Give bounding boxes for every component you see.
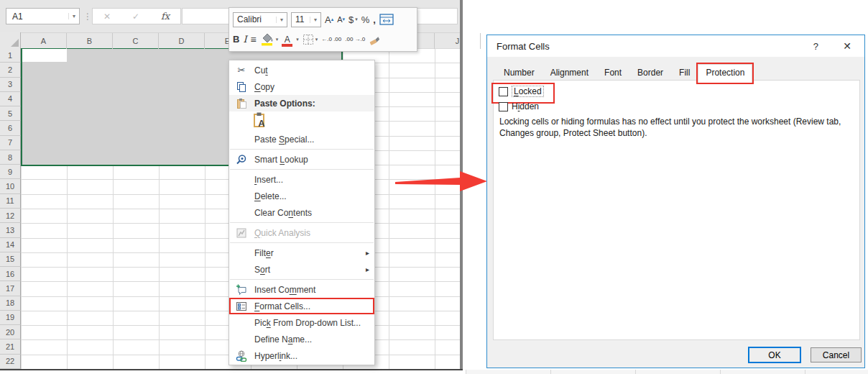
font-name-dropdown-icon[interactable]: ▾ [276,17,287,23]
menu-item-format-cells[interactable]: Format Cells... [229,298,374,314]
row-header-10[interactable]: 10 [0,179,21,193]
italic-button[interactable]: I [243,32,246,47]
name-box-value: A1 [12,12,23,22]
hidden-checkbox[interactable] [499,102,508,111]
menu-item-smart-lookup[interactable]: Smart Lookup [229,151,374,168]
currency-format-button[interactable]: $▾ [348,12,358,27]
tab-alignment[interactable]: Alignment [542,64,596,81]
menu-item-delete[interactable]: Delete... [229,188,374,204]
row-header-20[interactable]: 20 [0,325,21,339]
tab-fill[interactable]: Fill [671,64,698,81]
font-size-dropdown-icon[interactable]: ▾ [310,17,320,23]
help-button[interactable]: ? [813,41,818,52]
paste-options-icon [234,98,249,109]
row-header-22[interactable]: 22 [0,355,21,369]
row-header-18[interactable]: 18 [0,296,21,311]
locked-checkbox-row[interactable]: Locked [499,86,544,97]
row-header-5[interactable]: 5 [0,106,21,121]
column-header-D[interactable]: D [159,33,205,49]
background-sheet-strip [466,370,868,374]
select-all-corner[interactable] [0,32,21,48]
menu-item-sort[interactable]: Sort ▸ [229,261,374,278]
tab-border[interactable]: Border [629,64,671,81]
column-header-J[interactable]: J [435,33,481,49]
row-header-7[interactable]: 7 [0,136,21,150]
row-header-12[interactable]: 12 [0,209,21,223]
menu-item-pick-from-list[interactable]: Pick From Drop-down List... [229,314,374,331]
format-cells-icon [234,301,249,312]
decrease-decimal-icon[interactable]: .00 →.0 [345,32,365,47]
row-header-16[interactable]: 16 [0,267,21,281]
bold-button[interactable]: B [233,32,239,47]
menu-item-paste-special[interactable]: Paste Special... [229,131,374,147]
menu-item-cut[interactable]: ✂ Cut [229,62,374,78]
cancel-button[interactable]: Cancel [811,347,862,362]
borders-lines-icon[interactable]: ≡ [251,32,257,47]
row-header-17[interactable]: 17 [0,281,21,296]
insert-function-icon[interactable]: fx [161,11,170,22]
font-size-combo[interactable]: 11 ▾ [291,12,321,27]
confirm-entry-icon[interactable]: ✓ [132,12,139,22]
ok-button[interactable]: OK [748,347,801,363]
insert-comment-icon [234,284,249,296]
menu-item-insert-comment[interactable]: Insert Comment [229,281,374,298]
cancel-entry-icon[interactable]: ✕ [103,12,111,22]
name-box-dropdown-icon[interactable]: ▾ [68,13,79,19]
tab-number[interactable]: Number [496,64,542,81]
row-header-19[interactable]: 19 [0,311,21,325]
row-header-1[interactable]: 1 [0,48,21,63]
menu-item-define-name[interactable]: Define Name... [229,331,374,347]
column-header-C[interactable]: C [113,33,159,49]
name-box[interactable]: A1 ▾ [6,8,80,24]
formula-bar-grip-icon: ⋮ [83,12,92,22]
menu-item-insert[interactable]: Insert... [229,171,374,188]
font-name-combo[interactable]: Calibri ▾ [233,12,287,27]
tab-font[interactable]: Font [596,64,629,81]
column-header-B[interactable]: B [67,33,113,49]
menu-item-paste-options: Paste Options: [229,95,374,111]
row-header-11[interactable]: 11 [0,194,21,209]
font-color-icon[interactable]: A ▾ [282,32,299,47]
comma-format-button[interactable]: , [373,12,376,27]
submenu-arrow-icon: ▸ [366,265,369,273]
hidden-checkbox-row[interactable]: Hidden [499,101,539,111]
row-header-9[interactable]: 9 [0,165,21,179]
row-header-3[interactable]: 3 [0,78,21,92]
close-icon[interactable]: ✕ [843,40,851,52]
row-header-13[interactable]: 13 [0,223,21,237]
paste-keep-text-button[interactable]: A [253,111,269,131]
menu-item-filter[interactable]: Filter ▸ [229,245,374,261]
shrink-font-button[interactable]: A▾ [337,12,345,27]
increase-decimal-icon[interactable]: ←.0 .00 [321,32,341,47]
protection-note: Locking cells or hiding formulas has no … [499,116,860,139]
format-cells-dialog: Format Cells ? ✕ Locked Hidden Locking c… [486,35,865,368]
menu-item-hyperlink[interactable]: Hyperlink... [229,347,374,364]
smart-lookup-icon [234,154,249,165]
quick-analysis-icon [234,227,249,239]
format-painter-icon[interactable] [369,32,382,47]
protection-tab-panel: Locked Hidden Locking cells or hiding fo… [493,80,860,340]
locked-checkbox[interactable] [499,87,508,96]
menu-item-clear-contents[interactable]: Clear Contents [229,204,374,221]
row-header-15[interactable]: 15 [0,252,21,267]
grow-font-button[interactable]: A▴ [325,12,333,27]
borders-grid-icon[interactable]: ▾ [303,32,318,47]
active-cell-a1[interactable] [22,49,67,62]
row-header-4[interactable]: 4 [0,92,21,106]
context-menu: ✂ Cut Copy Paste Options: A Paste Specia… [228,60,375,365]
row-header-6[interactable]: 6 [0,121,21,135]
tab-protection[interactable]: Protection [698,64,752,83]
hyperlink-icon [234,350,249,362]
row-header-14[interactable]: 14 [0,238,21,252]
menu-item-copy[interactable]: Copy [229,78,374,95]
copy-icon [234,81,249,93]
row-header-21[interactable]: 21 [0,339,21,354]
fill-color-icon[interactable]: ▾ [260,32,279,47]
window-bottom-edge [0,369,463,370]
column-header-A[interactable]: A [21,33,67,49]
row-header-2[interactable]: 2 [0,63,21,77]
row-header-8[interactable]: 8 [0,150,21,165]
percent-format-button[interactable]: % [361,12,370,27]
submenu-arrow-icon: ▸ [366,249,369,257]
merge-cells-icon[interactable] [379,12,394,27]
